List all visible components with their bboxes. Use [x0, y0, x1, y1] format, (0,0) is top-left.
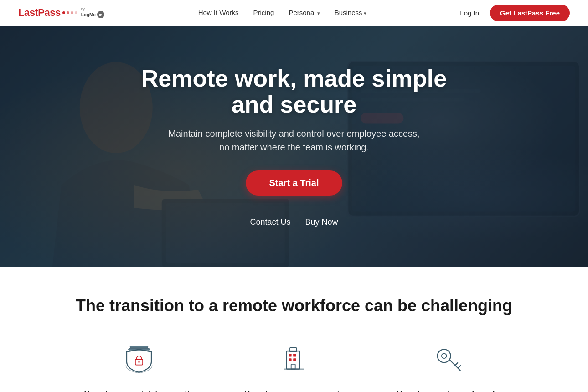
- security-icon: [121, 341, 157, 377]
- svg-rect-17: [289, 358, 291, 361]
- logo-dot-4: [75, 11, 77, 14]
- logo[interactable]: Last Pass by LogMe In: [18, 7, 104, 19]
- svg-point-22: [438, 349, 451, 362]
- hero-subtitle-line1: Maintain complete visibility and control…: [168, 129, 419, 139]
- nav-item-business[interactable]: Business: [335, 9, 366, 17]
- hero-subtitle: Maintain complete visibility and control…: [121, 127, 467, 154]
- logo-dots: [62, 11, 77, 14]
- logo-logmein-text: LogMe: [81, 12, 96, 17]
- revoke-icon: [431, 341, 467, 377]
- nav-right: Log In Get LastPass Free: [460, 5, 570, 21]
- feature-revoke: How do you give and revoke access?: [390, 341, 508, 392]
- logo-dot-3: [71, 11, 73, 14]
- hero-title: Remote work, made simple and secure: [121, 66, 467, 118]
- logo-dot-1: [62, 11, 65, 14]
- nav-get-lastpass-button[interactable]: Get LastPass Free: [490, 5, 570, 21]
- start-trial-button[interactable]: Start a Trial: [246, 170, 343, 196]
- feature-security-text: How do you maintain security throughout …: [80, 388, 198, 392]
- nav-item-how-it-works[interactable]: How It Works: [198, 9, 239, 17]
- logo-in-circle: In: [97, 11, 104, 18]
- hero-content: Remote work, made simple and secure Main…: [112, 66, 476, 227]
- main-nav: Last Pass by LogMe In How It Works Prici…: [0, 0, 588, 26]
- logo-bylogmein: by LogMe In: [81, 7, 104, 18]
- logo-logmein-container: LogMe In: [81, 11, 104, 18]
- features-grid: How do you maintain security throughout …: [18, 341, 570, 392]
- access-svg: [278, 343, 310, 376]
- svg-line-24: [449, 359, 460, 371]
- svg-line-25: [455, 362, 458, 365]
- nav-link-business[interactable]: Business: [335, 9, 366, 16]
- hero-subtitle-line2: no matter where the team is working.: [219, 142, 369, 152]
- nav-item-personal[interactable]: Personal: [289, 9, 320, 17]
- contact-us-link[interactable]: Contact Us: [250, 217, 290, 227]
- svg-rect-16: [293, 354, 296, 356]
- logo-pass: Pass: [38, 7, 60, 19]
- logo-by-text: by: [81, 7, 104, 11]
- svg-rect-9: [130, 346, 148, 348]
- logo-dot-2: [67, 11, 69, 14]
- challenges-section: The transition to a remote workforce can…: [0, 267, 588, 392]
- revoke-svg: [433, 343, 465, 376]
- svg-point-23: [442, 353, 447, 358]
- svg-rect-13: [287, 351, 300, 369]
- hero-secondary-links: Contact Us Buy Now: [121, 217, 467, 227]
- hero-section: Remote work, made simple and secure Main…: [0, 26, 588, 267]
- nav-link-personal[interactable]: Personal: [289, 9, 320, 16]
- nav-link-how-it-works[interactable]: How It Works: [198, 9, 239, 16]
- svg-line-26: [458, 366, 461, 368]
- svg-rect-18: [293, 358, 296, 361]
- feature-access-text: How do you ensure remote employees have …: [235, 388, 353, 392]
- security-svg: [123, 343, 155, 376]
- nav-login-link[interactable]: Log In: [460, 9, 479, 17]
- feature-access: How do you ensure remote employees have …: [235, 341, 353, 392]
- access-icon: [276, 341, 312, 377]
- nav-item-pricing[interactable]: Pricing: [253, 9, 274, 17]
- feature-security: How do you maintain security throughout …: [80, 341, 198, 392]
- nav-links: How It Works Pricing Personal Business: [198, 9, 366, 17]
- svg-rect-19: [291, 364, 295, 369]
- buy-now-link[interactable]: Buy Now: [305, 217, 338, 227]
- svg-point-12: [138, 361, 140, 363]
- feature-revoke-text: How do you give and revoke access?: [390, 388, 508, 392]
- section-title: The transition to a remote workforce can…: [18, 296, 570, 315]
- nav-link-pricing[interactable]: Pricing: [253, 9, 274, 16]
- svg-rect-15: [289, 354, 291, 356]
- logo-last: Last: [18, 7, 38, 19]
